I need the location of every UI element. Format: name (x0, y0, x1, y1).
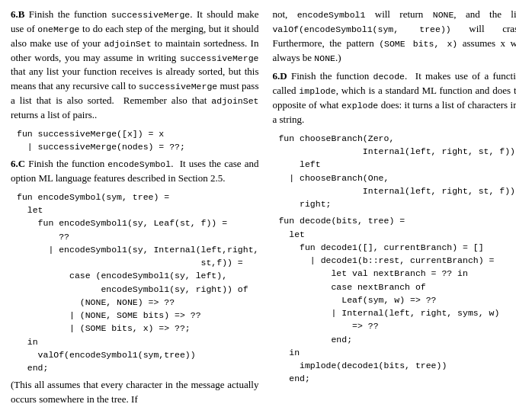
section-note-para: (This all assumes that every character i… (11, 378, 258, 407)
section-6b-cont-para: not, encodeSymbol1 will return NONE, and… (272, 8, 516, 65)
section-6b-label: 6.B (11, 8, 24, 20)
section-6d-text1: Finish the function decode. It makes use… (272, 70, 516, 125)
section-6c-para1: 6.C Finish the function encodeSymbol. It… (11, 157, 258, 186)
section-note-text: (This all assumes that every character i… (11, 379, 258, 405)
right-column: not, encodeSymbol1 will return NONE, and… (272, 8, 516, 412)
section-6c-text1: Finish the function encodeSymbol. It use… (11, 158, 258, 184)
code-successive-merge: fun successiveMerge([x]) = x | successiv… (17, 127, 258, 154)
main-layout: 6.B Finish the function successiveMerge.… (11, 8, 505, 412)
section-6d-para1: 6.D Finish the function decode. It makes… (272, 69, 516, 127)
left-column: 6.B Finish the function successiveMerge.… (11, 8, 258, 412)
section-6b-para1: 6.B Finish the function successiveMerge.… (11, 8, 258, 123)
code-choose-branch: fun chooseBranch(Zero, Internal(left, ri… (278, 132, 516, 211)
code-decode: fun decode(bits, tree) = let fun decode1… (278, 214, 516, 385)
code-encode-symbol: fun encodeSymbol(sym, tree) = let fun en… (17, 191, 258, 375)
section-6d-label: 6.D (272, 70, 287, 82)
section-6b-text1: Finish the function successiveMerge. It … (11, 8, 258, 120)
section-6b-cont-text: not, encodeSymbol1 will return NONE, and… (272, 8, 516, 63)
section-6c-label: 6.C (11, 158, 25, 169)
